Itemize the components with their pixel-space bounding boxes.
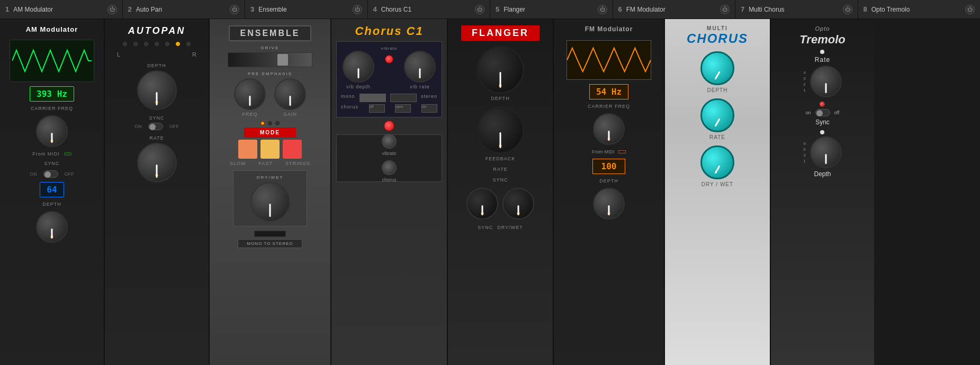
slot-1-name: AM Modulator	[13, 6, 103, 13]
chorus-stereo-button[interactable]	[390, 94, 417, 102]
slot-3-power[interactable]	[353, 5, 362, 14]
multichorus-depth-group: DEPTH	[700, 51, 734, 93]
opto-rate-section: Rate 4 3 2 1	[803, 50, 841, 97]
slot-5-number: 5	[496, 5, 499, 13]
ensemble-mono-stereo-button[interactable]: MONO TO STEREO	[238, 239, 302, 248]
multichorus-rate-knob[interactable]	[700, 98, 734, 132]
flanger-panel: FLANGER DEPTH FEEDBACK RATE SYNC	[448, 19, 554, 365]
am-off-label: OFF	[65, 171, 74, 177]
chorus-red-led	[385, 55, 393, 63]
am-sync-toggle-row: ON OFF	[30, 170, 74, 178]
slot-4-power[interactable]	[475, 5, 484, 14]
ensemble-drywet-section: DRY/WET	[233, 170, 307, 226]
ensemble-drywet-label: DRY/WET	[257, 175, 284, 180]
ensemble-fast-button[interactable]	[260, 140, 280, 159]
autopan-sync-toggle[interactable]	[148, 123, 163, 130]
chorus-on-button[interactable]: on	[421, 104, 437, 113]
slot-6-power[interactable]	[720, 5, 730, 14]
opto-rate-label: Rate	[815, 56, 830, 63]
chorus-off-button[interactable]: off	[369, 104, 385, 113]
fm-title: FM Modulator	[585, 25, 633, 33]
opto-rate-scale: 4 3 2 1	[803, 70, 805, 93]
fm-depth-knob[interactable]	[593, 188, 625, 220]
opto-depth-knob[interactable]	[810, 136, 842, 168]
fm-midi-button[interactable]	[618, 150, 626, 153]
multichorus-drywet-knob[interactable]	[700, 145, 734, 179]
chorus-mode-switch[interactable]	[382, 134, 397, 149]
slot-6-number: 6	[618, 5, 622, 13]
chorus-vibdepth-group: vib depth	[343, 51, 374, 89]
ensemble-drive-group: DRIVE	[228, 45, 312, 67]
ap-dot-7	[186, 42, 191, 46]
ensemble-drywet-knob[interactable]	[250, 182, 290, 222]
opto-large-title: Tremolo	[799, 34, 845, 45]
opto-rate-knob[interactable]	[810, 66, 842, 97]
am-sync-toggle[interactable]	[43, 170, 58, 178]
chorus-chorus-switch[interactable]	[382, 160, 397, 175]
flanger-bottom-labels: SYNC DRY/WET	[478, 225, 523, 230]
flanger-drywet-knob[interactable]	[502, 188, 534, 220]
chorus-ms-row: mono stereo	[341, 94, 437, 102]
autopan-rate-knob[interactable]	[137, 143, 177, 182]
flanger-sync-bottom-label: SYNC	[478, 225, 493, 230]
ensemble-strings-button[interactable]	[283, 140, 302, 159]
ensemble-led-1	[260, 121, 265, 125]
ensemble-slow-button[interactable]	[238, 140, 257, 159]
chorus-chorus-mode-group: chorus	[382, 160, 397, 182]
am-midi-button[interactable]	[64, 152, 71, 156]
chorus-top-section: vibrato vib depth vib rate mono stereo	[336, 41, 442, 117]
opto-onoff-toggle[interactable]	[815, 109, 830, 116]
slot-6-name: FM Modulator	[626, 6, 716, 13]
am-depth-knob[interactable]	[36, 211, 68, 243]
flanger-sync-label: SYNC	[492, 177, 508, 182]
am-carrier-knob[interactable]	[36, 115, 68, 147]
autopan-sync-label: SYNC	[149, 115, 164, 121]
slot-7: 7 Multi Chorus	[735, 0, 858, 19]
chorus-vibrate-knob[interactable]	[404, 51, 436, 83]
flanger-rate-knob[interactable]	[466, 188, 498, 220]
opto-rate-knob-row: 4 3 2 1	[803, 66, 841, 97]
multichorus-rate-label: RATE	[709, 134, 725, 140]
autopan-rate-group: RATE	[137, 135, 177, 182]
ensemble-strings-label: STRINGS	[285, 161, 310, 166]
autopan-depth-knob[interactable]	[137, 70, 177, 110]
ensemble-title: ENSEMBLE	[229, 25, 312, 41]
plugins-row: AM Modulator 393 Hz CARRIER FREQ From MI…	[0, 19, 980, 365]
slot-1-power[interactable]	[107, 5, 117, 14]
autopan-r-label: R	[192, 51, 196, 58]
multichorus-depth-knob[interactable]	[700, 51, 734, 85]
chorus-vibdepth-knob[interactable]	[343, 51, 374, 83]
fm-carrier-knob[interactable]	[593, 113, 625, 145]
ap-dot-5	[165, 42, 169, 46]
autopan-off-label: OFF	[169, 124, 179, 129]
chorus-sync-button[interactable]: sync	[395, 104, 411, 113]
slot-7-number: 7	[741, 5, 744, 13]
ensemble-fast-label: FAST	[258, 161, 273, 166]
slot-8: 8 Opto Tremolo	[858, 0, 981, 19]
flanger-feedback-knob[interactable]	[476, 106, 524, 154]
fm-depth-dot	[608, 212, 610, 215]
ensemble-drive-slider[interactable]	[228, 52, 312, 67]
slot-5-power[interactable]	[598, 5, 607, 14]
multichorus-title: MULTI CHORUS	[687, 25, 748, 46]
slot-8-power[interactable]	[965, 5, 975, 14]
chorus-bottom-section: vibrato chorus	[336, 134, 442, 182]
ensemble-freq-knob[interactable]	[234, 78, 266, 110]
fm-freq-value: 54 Hz	[589, 84, 628, 99]
fm-midi-row: From MIDI	[592, 149, 626, 154]
ensemble-gain-knob[interactable]	[274, 78, 306, 110]
chorus-mono-button[interactable]	[359, 94, 386, 102]
slot-7-power[interactable]	[843, 5, 852, 14]
chorus-knobs-row: vib depth vib rate	[341, 51, 437, 89]
ensemble-monoStereo: MONO TO STEREO	[238, 231, 302, 248]
ensemble-mode-button[interactable]: MODE	[244, 127, 296, 138]
chorus-chorus-label: chorus	[341, 104, 358, 113]
ensemble-freq-label: FREQ	[242, 112, 257, 117]
flanger-depth-knob[interactable]	[476, 46, 524, 94]
ensemble-gain-group: GAIN	[274, 78, 306, 117]
multichorus-drywet-group: DRY / WET	[700, 145, 734, 187]
slot-6: 6 FM Modulator	[613, 0, 736, 19]
am-midi-label: From MIDI	[32, 151, 60, 157]
slot-2-power[interactable]	[230, 5, 239, 14]
flanger-feedback-dot	[499, 144, 502, 147]
